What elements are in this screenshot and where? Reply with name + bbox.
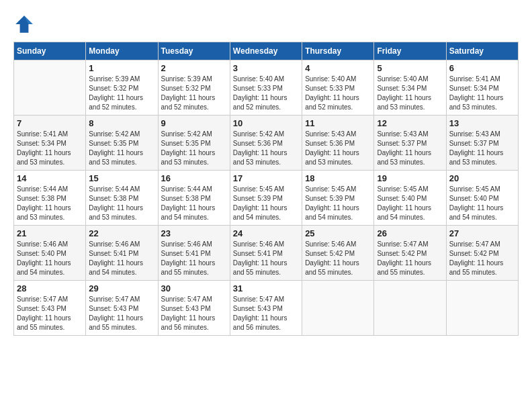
day-number: 23 [161,228,227,238]
day-info: Sunrise: 5:42 AM Sunset: 5:35 PM Dayligh… [161,130,227,167]
day-info: Sunrise: 5:40 AM Sunset: 5:33 PM Dayligh… [233,75,299,112]
day-header-tuesday: Tuesday [158,42,230,60]
calendar-cell: 28Sunrise: 5:47 AM Sunset: 5:43 PM Dayli… [14,281,86,336]
day-number: 6 [449,63,515,73]
day-info: Sunrise: 5:42 AM Sunset: 5:35 PM Dayligh… [89,130,154,167]
calendar-cell: 12Sunrise: 5:43 AM Sunset: 5:37 PM Dayli… [374,116,446,171]
calendar-cell: 9Sunrise: 5:42 AM Sunset: 5:35 PM Daylig… [158,116,230,171]
day-number: 22 [89,228,154,238]
day-header-sunday: Sunday [14,42,86,60]
calendar-cell [446,281,518,336]
day-info: Sunrise: 5:44 AM Sunset: 5:38 PM Dayligh… [161,185,227,222]
day-header-wednesday: Wednesday [230,42,302,60]
day-info: Sunrise: 5:46 AM Sunset: 5:41 PM Dayligh… [233,240,299,277]
calendar-week-row: 21Sunrise: 5:46 AM Sunset: 5:40 PM Dayli… [14,226,519,281]
calendar-cell: 6Sunrise: 5:41 AM Sunset: 5:34 PM Daylig… [446,60,518,116]
day-info: Sunrise: 5:45 AM Sunset: 5:39 PM Dayligh… [305,185,371,222]
calendar-cell: 20Sunrise: 5:45 AM Sunset: 5:40 PM Dayli… [446,171,518,226]
calendar-cell: 30Sunrise: 5:47 AM Sunset: 5:43 PM Dayli… [158,281,230,336]
day-info: Sunrise: 5:41 AM Sunset: 5:34 PM Dayligh… [449,75,515,112]
calendar-cell: 4Sunrise: 5:40 AM Sunset: 5:33 PM Daylig… [302,60,374,116]
calendar-cell: 24Sunrise: 5:46 AM Sunset: 5:41 PM Dayli… [230,226,302,281]
day-info: Sunrise: 5:43 AM Sunset: 5:37 PM Dayligh… [377,130,443,167]
calendar-cell: 17Sunrise: 5:45 AM Sunset: 5:39 PM Dayli… [230,171,302,226]
calendar-cell: 1Sunrise: 5:39 AM Sunset: 5:32 PM Daylig… [86,60,158,116]
calendar-cell: 11Sunrise: 5:43 AM Sunset: 5:36 PM Dayli… [302,116,374,171]
logo [13,13,38,35]
day-number: 8 [89,118,154,128]
calendar-cell: 18Sunrise: 5:45 AM Sunset: 5:39 PM Dayli… [302,171,374,226]
calendar-cell: 3Sunrise: 5:40 AM Sunset: 5:33 PM Daylig… [230,60,302,116]
day-info: Sunrise: 5:45 AM Sunset: 5:40 PM Dayligh… [377,185,443,222]
day-info: Sunrise: 5:45 AM Sunset: 5:40 PM Dayligh… [449,185,515,222]
calendar-week-row: 14Sunrise: 5:44 AM Sunset: 5:38 PM Dayli… [14,171,519,226]
day-number: 15 [89,173,154,183]
day-info: Sunrise: 5:44 AM Sunset: 5:38 PM Dayligh… [89,185,154,222]
day-number: 1 [89,63,154,73]
calendar-cell: 29Sunrise: 5:47 AM Sunset: 5:43 PM Dayli… [86,281,158,336]
calendar-week-row: 28Sunrise: 5:47 AM Sunset: 5:43 PM Dayli… [14,281,519,336]
day-info: Sunrise: 5:40 AM Sunset: 5:33 PM Dayligh… [305,75,371,112]
day-number: 5 [377,63,443,73]
calendar-cell: 25Sunrise: 5:46 AM Sunset: 5:42 PM Dayli… [302,226,374,281]
day-header-saturday: Saturday [446,42,518,60]
calendar-cell: 14Sunrise: 5:44 AM Sunset: 5:38 PM Dayli… [14,171,86,226]
calendar-cell: 2Sunrise: 5:39 AM Sunset: 5:32 PM Daylig… [158,60,230,116]
day-info: Sunrise: 5:47 AM Sunset: 5:43 PM Dayligh… [17,295,83,332]
calendar-cell: 5Sunrise: 5:40 AM Sunset: 5:34 PM Daylig… [374,60,446,116]
day-number: 17 [233,173,299,183]
calendar-cell: 23Sunrise: 5:46 AM Sunset: 5:41 PM Dayli… [158,226,230,281]
day-info: Sunrise: 5:47 AM Sunset: 5:43 PM Dayligh… [161,295,227,332]
day-info: Sunrise: 5:42 AM Sunset: 5:36 PM Dayligh… [233,130,299,167]
logo-icon [13,13,35,35]
day-number: 21 [17,228,83,238]
day-number: 16 [161,173,227,183]
calendar-cell [374,281,446,336]
calendar-cell: 13Sunrise: 5:43 AM Sunset: 5:37 PM Dayli… [446,116,518,171]
day-number: 30 [161,283,227,293]
calendar-cell: 7Sunrise: 5:41 AM Sunset: 5:34 PM Daylig… [14,116,86,171]
day-info: Sunrise: 5:43 AM Sunset: 5:36 PM Dayligh… [305,130,371,167]
day-info: Sunrise: 5:46 AM Sunset: 5:41 PM Dayligh… [89,240,154,277]
calendar-week-row: 1Sunrise: 5:39 AM Sunset: 5:32 PM Daylig… [14,60,519,116]
day-number: 26 [377,228,443,238]
calendar-header-row: SundayMondayTuesdayWednesdayThursdayFrid… [14,42,519,60]
day-info: Sunrise: 5:47 AM Sunset: 5:43 PM Dayligh… [89,295,154,332]
day-header-thursday: Thursday [302,42,374,60]
day-header-friday: Friday [374,42,446,60]
page-header [13,13,519,35]
day-number: 31 [233,283,299,293]
day-number: 18 [305,173,371,183]
calendar-cell: 16Sunrise: 5:44 AM Sunset: 5:38 PM Dayli… [158,171,230,226]
day-info: Sunrise: 5:47 AM Sunset: 5:42 PM Dayligh… [377,240,443,277]
day-info: Sunrise: 5:47 AM Sunset: 5:42 PM Dayligh… [449,240,515,277]
calendar-cell: 27Sunrise: 5:47 AM Sunset: 5:42 PM Dayli… [446,226,518,281]
calendar-cell: 19Sunrise: 5:45 AM Sunset: 5:40 PM Dayli… [374,171,446,226]
day-number: 10 [233,118,299,128]
day-number: 12 [377,118,443,128]
day-number: 13 [449,118,515,128]
day-number: 19 [377,173,443,183]
day-number: 29 [89,283,154,293]
day-info: Sunrise: 5:43 AM Sunset: 5:37 PM Dayligh… [449,130,515,167]
day-info: Sunrise: 5:39 AM Sunset: 5:32 PM Dayligh… [89,75,154,112]
day-number: 3 [233,63,299,73]
calendar-cell: 26Sunrise: 5:47 AM Sunset: 5:42 PM Dayli… [374,226,446,281]
calendar-week-row: 7Sunrise: 5:41 AM Sunset: 5:34 PM Daylig… [14,116,519,171]
calendar-cell [14,60,86,116]
day-info: Sunrise: 5:41 AM Sunset: 5:34 PM Dayligh… [17,130,83,167]
day-number: 28 [17,283,83,293]
calendar-cell: 10Sunrise: 5:42 AM Sunset: 5:36 PM Dayli… [230,116,302,171]
calendar-cell: 22Sunrise: 5:46 AM Sunset: 5:41 PM Dayli… [86,226,158,281]
day-info: Sunrise: 5:39 AM Sunset: 5:32 PM Dayligh… [161,75,227,112]
day-number: 4 [305,63,371,73]
day-info: Sunrise: 5:44 AM Sunset: 5:38 PM Dayligh… [17,185,83,222]
day-info: Sunrise: 5:46 AM Sunset: 5:41 PM Dayligh… [161,240,227,277]
calendar-cell: 8Sunrise: 5:42 AM Sunset: 5:35 PM Daylig… [86,116,158,171]
calendar-cell: 21Sunrise: 5:46 AM Sunset: 5:40 PM Dayli… [14,226,86,281]
calendar-cell: 31Sunrise: 5:47 AM Sunset: 5:43 PM Dayli… [230,281,302,336]
day-number: 25 [305,228,371,238]
day-number: 2 [161,63,227,73]
day-info: Sunrise: 5:47 AM Sunset: 5:43 PM Dayligh… [233,295,299,332]
day-header-monday: Monday [86,42,158,60]
